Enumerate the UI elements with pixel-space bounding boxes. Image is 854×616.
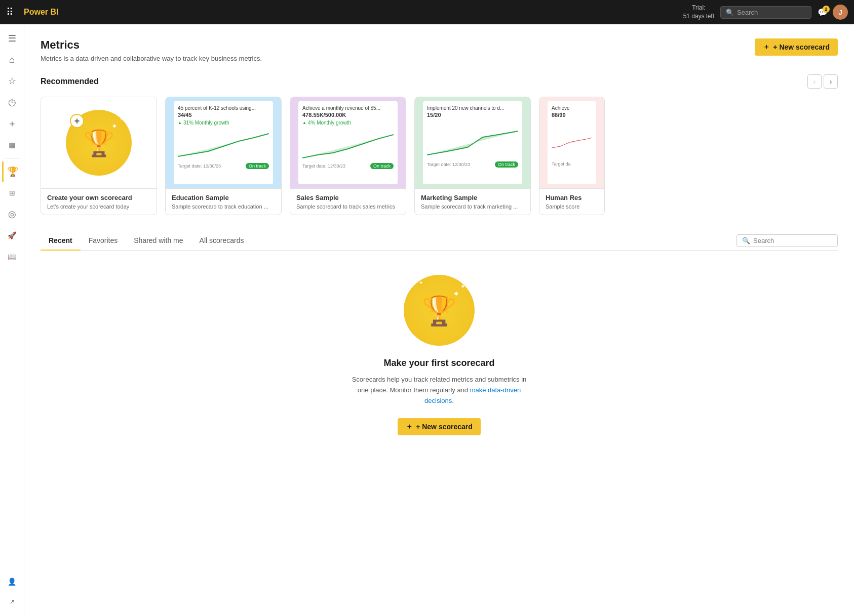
app-logo: Power BI	[24, 8, 58, 17]
marketing-scorecard-card[interactable]: Implement 20 new channels to d... 15/20 …	[414, 97, 531, 215]
human-resources-metric: Achieve	[552, 105, 592, 111]
create-card-visual: + 🏆 ✦ ✦	[41, 97, 157, 188]
notifications-icon[interactable]: 💬 2	[818, 8, 828, 17]
empty-plus-icon: ＋	[406, 422, 413, 431]
sidebar-item-favorites[interactable]: ☆	[2, 71, 22, 91]
education-card-title: Education Sample	[172, 194, 275, 201]
recommended-section-header: Recommended ‹ ›	[41, 74, 838, 89]
sidebar-item-metrics[interactable]: 🏆	[2, 161, 22, 182]
tab-favorites[interactable]: Favorites	[81, 231, 126, 251]
education-value: 34/45	[178, 112, 269, 118]
marketing-status: On track	[495, 161, 518, 168]
human-resources-card-title: Human Res	[546, 194, 598, 201]
tab-all[interactable]: All scorecards	[191, 231, 252, 251]
topbar-search-input[interactable]	[737, 9, 806, 16]
nav-prev-button[interactable]: ‹	[807, 74, 822, 89]
tabs-search-box[interactable]: 🔍	[736, 234, 838, 247]
page-title: Metrics	[41, 38, 262, 52]
education-scorecard-card[interactable]: 45 percent of K-12 schools using... 34/4…	[165, 97, 282, 215]
topbar-icons: 💬 2 J	[818, 5, 848, 20]
tab-shared[interactable]: Shared with me	[126, 231, 191, 251]
marketing-metric: Implement 20 new channels to d...	[427, 105, 518, 111]
marketing-card-label: Marketing Sample Sample scorecard to tra…	[415, 188, 530, 215]
app-grid-icon[interactable]: ⠿	[6, 6, 14, 18]
trophy-emoji: 🏆	[421, 293, 457, 327]
sales-date: Target date: 12/30/23	[302, 163, 345, 169]
new-scorecard-label: + New scorecard	[773, 43, 830, 51]
sidebar-item-browse[interactable]: ▦	[2, 135, 22, 155]
avatar[interactable]: J	[833, 5, 848, 20]
sidebar-item-monitor[interactable]: ◎	[2, 204, 22, 224]
tab-recent[interactable]: Recent	[41, 231, 81, 251]
sales-scorecard-card[interactable]: Achieve a monthly revenue of $5... 478.5…	[290, 97, 406, 215]
create-scorecard-card[interactable]: + 🏆 ✦ ✦ Create your own scorecard Let's …	[41, 97, 157, 215]
marketing-card-visual: Implement 20 new channels to d... 15/20 …	[415, 97, 530, 188]
tabs-header-right: 🔍	[736, 234, 838, 247]
search-icon: 🔍	[726, 9, 734, 16]
sidebar-item-create[interactable]: ＋	[2, 113, 22, 134]
human-resources-card-visual: Achieve 88/90 Target da	[539, 97, 604, 188]
human-resources-chart-svg	[552, 127, 592, 157]
education-card-description: Sample scorecard to track education ...	[172, 203, 275, 210]
human-resources-footer: Target da	[552, 161, 592, 167]
tabs-search-icon: 🔍	[742, 237, 750, 244]
empty-desc-part2: .	[452, 397, 454, 404]
trial-days: 51 days left	[683, 12, 714, 21]
trial-info: Trial: 51 days left	[683, 4, 714, 21]
trophy-icon: + 🏆 ✦ ✦	[66, 110, 132, 176]
create-card-title: Create your own scorecard	[47, 194, 150, 201]
sidebar-item-recent[interactable]: ◷	[2, 92, 22, 112]
sales-metric: Achieve a monthly revenue of $5...	[302, 105, 394, 111]
tabs-header: Recent Favorites Shared with me All scor…	[41, 231, 838, 251]
page-header-text: Metrics Metrics is a data-driven and col…	[41, 38, 262, 62]
new-scorecard-button[interactable]: ＋ + New scorecard	[755, 38, 838, 56]
topbar-search-box[interactable]: 🔍	[720, 6, 811, 19]
sparkle-icon-1: ✦	[460, 283, 465, 290]
recommended-title: Recommended	[41, 77, 99, 86]
sales-chart: Achieve a monthly revenue of $5... 478.5…	[298, 101, 398, 184]
sidebar-item-external[interactable]: ↗	[2, 592, 22, 612]
marketing-value: 15/20	[427, 112, 518, 118]
marketing-chart: Implement 20 new channels to d... 15/20 …	[423, 101, 522, 184]
sidebar-item-learn[interactable]: 📖	[2, 247, 22, 267]
topbar: ⠿ Power BI Trial: 51 days left 🔍 💬 2 J	[0, 0, 854, 24]
sparkle2: ✦	[111, 122, 118, 130]
tabs-section: Recent Favorites Shared with me All scor…	[41, 231, 838, 460]
empty-state-title: Make your first scorecard	[383, 358, 494, 368]
sales-card-label: Sales Sample Sample scorecard to track s…	[290, 188, 406, 215]
education-card-visual: 45 percent of K-12 schools using... 34/4…	[166, 97, 281, 188]
education-growth: 31% Monthly growth	[178, 120, 269, 126]
human-resources-date: Target da	[552, 161, 571, 167]
sales-growth: 4% Monthly growth	[302, 120, 394, 126]
page-header: Metrics Metrics is a data-driven and col…	[41, 38, 838, 62]
plus-icon: ＋	[763, 43, 770, 52]
sidebar-item-deploy[interactable]: 🚀	[2, 225, 22, 245]
sidebar-item-home[interactable]: ⌂	[2, 50, 22, 70]
empty-state: 🏆 ✦ ✦ ✦ Make your first scorecard Scorec…	[41, 251, 838, 460]
empty-trophy: 🏆 ✦ ✦ ✦	[404, 275, 475, 346]
nav-arrows: ‹ ›	[807, 74, 838, 89]
nav-next-button[interactable]: ›	[824, 74, 838, 89]
sparkle1: ✦	[120, 116, 124, 121]
sidebar: ☰ ⌂ ☆ ◷ ＋ ▦ 🏆 ⊞ ◎ 🚀 📖 👤 ↗	[0, 24, 24, 616]
human-resources-value: 88/90	[552, 112, 592, 118]
tabs-search-input[interactable]	[753, 237, 832, 244]
create-card-description: Let's create your scorecard today	[47, 203, 150, 210]
sidebar-item-user[interactable]: 👤	[2, 571, 22, 592]
education-metric: 45 percent of K-12 schools using...	[178, 105, 269, 111]
sparkle-icon-3: ✦	[419, 280, 423, 285]
sidebar-item-datahub[interactable]: ⊞	[2, 183, 22, 203]
education-card-label: Education Sample Sample scorecard to tra…	[166, 188, 281, 215]
sales-card-visual: Achieve a monthly revenue of $5... 478.5…	[290, 97, 406, 188]
page-subtitle: Metrics is a data-driven and collaborati…	[41, 55, 262, 62]
human-resources-card-label: Human Res Sample score	[539, 188, 604, 215]
sales-card-description: Sample scorecard to track sales metrics	[296, 203, 400, 210]
empty-state-description: Scorecards help you track related metric…	[348, 375, 530, 406]
education-footer: Target date: 12/30/23 On track	[178, 163, 269, 169]
sidebar-item-menu[interactable]: ☰	[2, 28, 22, 49]
human-resources-scorecard-card[interactable]: Achieve 88/90 Target da Human Res Sample…	[539, 97, 605, 215]
marketing-chart-svg	[427, 127, 518, 157]
education-status: On track	[246, 163, 269, 169]
create-card-label: Create your own scorecard Let's create y…	[41, 188, 157, 215]
empty-state-new-scorecard-button[interactable]: ＋ + New scorecard	[398, 418, 481, 435]
